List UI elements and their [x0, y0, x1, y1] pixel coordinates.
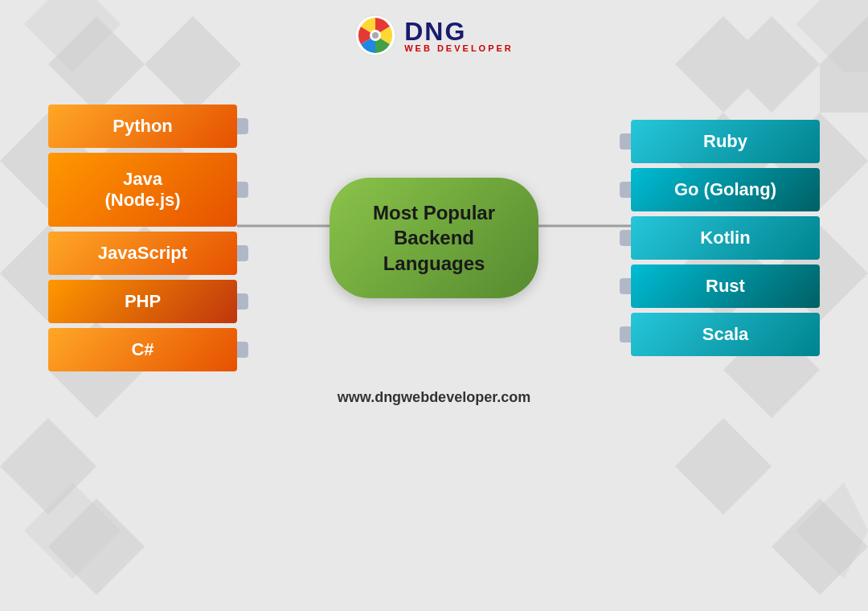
- right-item-golang: Go (Golang): [631, 168, 820, 211]
- center-text: Most Popular Backend Languages: [363, 200, 505, 276]
- main-diagram: Python Java(Node.js) JavaScript PHP C# M…: [0, 80, 868, 371]
- logo-text-group: DNG WEB DEVELOPER: [404, 18, 514, 53]
- website-url: www.dngwebdeveloper.com: [0, 389, 868, 406]
- left-column: Python Java(Node.js) JavaScript PHP C#: [48, 105, 237, 371]
- center-pill: Most Popular Backend Languages: [330, 178, 538, 298]
- right-column: Ruby Go (Golang) Kotlin Rust Scala: [631, 120, 820, 356]
- right-item-kotlin: Kotlin: [631, 216, 820, 260]
- svg-point-26: [372, 32, 379, 39]
- logo-icon: [354, 14, 396, 56]
- page-content: DNG WEB DEVELOPER Python Java(Node.js) J…: [0, 0, 868, 611]
- logo-area: DNG WEB DEVELOPER: [0, 0, 868, 56]
- right-item-rust: Rust: [631, 264, 820, 308]
- logo-subtitle: WEB DEVELOPER: [404, 44, 514, 53]
- left-item-csharp: C#: [48, 328, 237, 371]
- right-item-ruby: Ruby: [631, 120, 820, 163]
- left-item-python: Python: [48, 105, 237, 148]
- logo-brand: DNG: [404, 18, 514, 44]
- left-item-java: Java(Node.js): [48, 153, 237, 227]
- left-item-javascript: JavaScript: [48, 232, 237, 275]
- left-item-php: PHP: [48, 280, 237, 323]
- right-item-scala: Scala: [631, 313, 820, 356]
